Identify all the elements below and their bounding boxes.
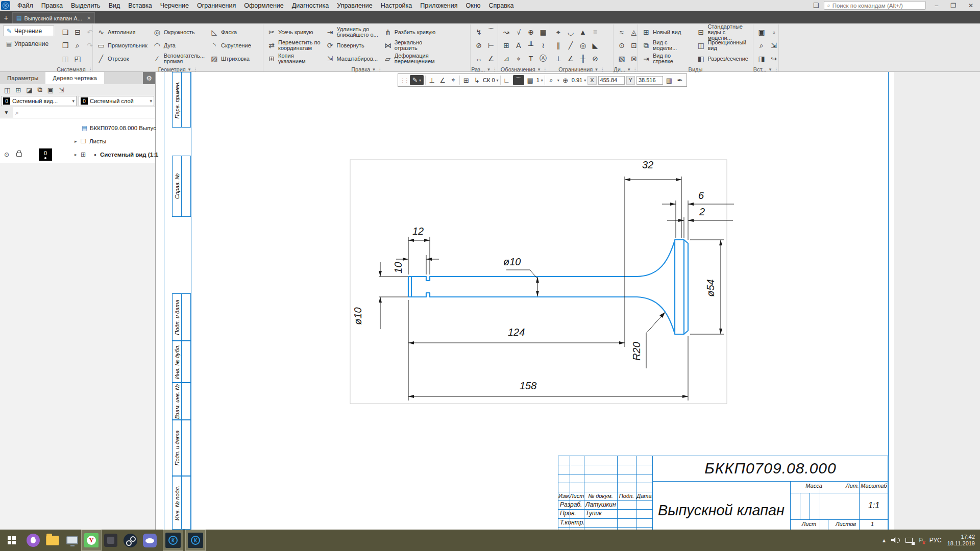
menu-item-9[interactable]: Управление — [333, 2, 377, 9]
document-tab[interactable]: ▤ Выпускной клапан А... ✕ — [12, 12, 95, 23]
concentric-icon[interactable]: ◎ — [577, 41, 589, 49]
trim-curve-button[interactable]: ✂Усечь кривую — [265, 26, 322, 39]
view-select[interactable]: 0 Системный вид... ▾ — [1, 96, 77, 106]
group-expand-icon[interactable]: ▾ — [595, 67, 598, 72]
standard-views-button[interactable]: ⊟Стандартные виды с модели... — [695, 26, 751, 39]
copy-by-point-button[interactable]: ⊞Копия указанием — [265, 52, 322, 65]
menu-item-10[interactable]: Настройка — [377, 2, 416, 9]
discord-button[interactable] — [140, 530, 159, 550]
drawing-canvas[interactable]: Изм.Лист№ докум.Подп.Дата Разраб. Латушк… — [156, 72, 980, 530]
center-mark-icon[interactable]: ⌖ — [513, 55, 524, 63]
menu-item-5[interactable]: Черчение — [156, 2, 193, 9]
file-explorer-button[interactable] — [43, 530, 62, 550]
tangent-icon[interactable]: ◡ — [565, 28, 576, 36]
y-coordinate-field[interactable]: 38.516 — [636, 76, 663, 85]
scale-button[interactable]: ⇲Масштабиров... — [324, 52, 380, 65]
new-document-icon[interactable]: ❏ — [60, 28, 71, 36]
chevron-down-icon[interactable]: ▾ — [541, 78, 543, 83]
menu-item-1[interactable]: Правка — [37, 2, 67, 9]
parallel-icon[interactable]: ∥ — [553, 41, 564, 49]
add-tab-button[interactable]: + — [0, 12, 12, 23]
circle-button[interactable]: ◎Окружность — [151, 26, 206, 39]
projection-view-button[interactable]: ◫Проекционный вид — [695, 39, 751, 52]
vertical-constraint-icon[interactable]: ╫ — [577, 55, 589, 63]
chamfer-button[interactable]: ◺Фаска — [208, 26, 253, 39]
mode-tab-drawing[interactable]: ✎ Черчение — [3, 26, 54, 36]
check-curve-icon[interactable]: ≈ — [616, 28, 627, 36]
insert-link-icon[interactable]: ↪ — [768, 55, 779, 63]
move-view-icon[interactable]: ⇲ — [59, 86, 64, 94]
filter-icon[interactable]: ▼ — [0, 107, 13, 118]
text-icon[interactable]: T — [525, 55, 536, 63]
tree-item-document[interactable]: ▤ БККП0709.08.000 Выпус — [0, 121, 155, 135]
collinear-icon[interactable]: ╱ — [565, 41, 576, 49]
language-indicator[interactable]: РУС — [929, 537, 942, 544]
chevron-down-icon[interactable]: ▾ — [557, 78, 559, 83]
zoom-area-icon[interactable]: ⌕ — [547, 76, 556, 84]
tree-item-sheets[interactable]: ▸ ❒ Листы — [0, 135, 155, 148]
autoline-button[interactable]: ∿Автолиния — [95, 26, 149, 39]
auxiliary-line-button[interactable]: ∕Вспомогатель... прямая — [151, 52, 206, 65]
view-by-arrow-button[interactable]: ⇥Вид по стрелке — [640, 52, 693, 65]
panel-toggle-icon[interactable]: ❏ — [813, 2, 819, 9]
restrict-icon[interactable]: ⊘ — [590, 55, 601, 63]
baseline-dimension-icon[interactable]: ⊢ — [485, 41, 497, 49]
volume-icon[interactable] — [891, 536, 900, 545]
menu-item-6[interactable]: Ограничения — [193, 2, 240, 9]
layers-grid-icon[interactable]: ▥ — [665, 77, 674, 84]
group-expand-icon[interactable]: ▾ — [373, 67, 375, 72]
chevron-down-icon[interactable]: ▾ — [497, 78, 499, 83]
menu-item-2[interactable]: Выделить — [67, 2, 105, 9]
yandex-browser-button[interactable]: Y — [82, 530, 101, 550]
insert-image-icon[interactable]: ◨ — [756, 55, 767, 63]
image-icon[interactable]: ▣ — [47, 86, 54, 94]
steam-button[interactable] — [120, 530, 140, 550]
kompas-window-button-1[interactable]: К — [163, 530, 183, 550]
insert-area-icon[interactable]: ▫ — [768, 28, 779, 36]
fix-point-icon[interactable]: ⌖ — [553, 28, 564, 37]
group-expand-icon[interactable]: ▾ — [538, 67, 541, 72]
screenshot-tool-button[interactable] — [101, 530, 120, 550]
quick-toolbar[interactable]: ⋮⋮ ✎ ▾ ⊥ ∠ ⌖ ⊞ ↳ СК 0 ▾ ∟ ⌒ ▤ 1 ▾ ⌕ ▾ ⊕ … — [398, 73, 687, 87]
group-expand-icon[interactable]: ▾ — [628, 67, 630, 72]
rectangle-button[interactable]: ▭Прямоугольник — [95, 39, 149, 52]
minimize-button[interactable]: – — [931, 2, 942, 9]
command-search[interactable]: ⌕ — [824, 1, 926, 10]
rounding-toggle-button[interactable]: ⌒ — [513, 75, 524, 85]
diameter-dimension-icon[interactable]: ⊘ — [473, 41, 484, 49]
app-launcher-button[interactable] — [23, 530, 43, 550]
group-expand-icon[interactable]: ▾ — [188, 67, 191, 72]
network-icon[interactable] — [905, 538, 913, 543]
table-icon[interactable]: ▦ — [537, 28, 549, 36]
base-designation-icon[interactable]: Ā — [513, 41, 524, 49]
ortho-toggle-icon[interactable]: ∟ — [502, 77, 511, 84]
angular-dimension-icon[interactable]: ∠ — [485, 55, 497, 63]
print-icon[interactable]: ⊟ — [72, 28, 83, 36]
menu-item-8[interactable]: Диагностика — [288, 2, 333, 9]
fillet-button[interactable]: ◝Скругление — [208, 39, 253, 52]
coordinate-system-value[interactable]: СК 0 — [483, 77, 495, 83]
axis-icon[interactable]: ⊕ — [525, 28, 536, 36]
lock-icon[interactable] — [16, 153, 22, 157]
system-monitor-button[interactable] — [62, 530, 82, 550]
expand-icon[interactable]: ▸ — [75, 139, 77, 144]
rotate-button[interactable]: ⟳Повернуть — [324, 39, 380, 52]
extend-button[interactable]: ⇥Удлинить до ближайшего о... — [324, 26, 380, 39]
shapes-icon[interactable]: ⧉ — [38, 86, 42, 94]
break-line-icon[interactable]: ≀ — [537, 41, 549, 49]
open-document-icon[interactable]: ❒ — [60, 41, 71, 49]
eyedropper-icon[interactable]: ✒ — [675, 77, 684, 84]
grid-toggle-icon[interactable]: ⊞ — [461, 77, 471, 84]
snap-angle-icon[interactable]: ∠ — [438, 77, 447, 84]
smooth-icon[interactable]: ▲ — [577, 28, 589, 36]
mode-tab-management[interactable]: ▤ Управление — [3, 38, 54, 49]
layer-value[interactable]: 1 — [536, 77, 540, 83]
split-curve-button[interactable]: ⋔Разбить кривую — [382, 26, 437, 39]
expand-icon[interactable]: ▸ — [75, 152, 77, 157]
deform-button[interactable]: ▱Деформация перемещением — [382, 52, 437, 65]
add-view-icon[interactable]: ⊞ — [15, 86, 21, 94]
snap-settings-button[interactable]: ✎ ▾ — [410, 75, 424, 85]
menu-item-12[interactable]: Окно — [461, 2, 484, 9]
layer-select[interactable]: 0 Системный слой ▾ — [79, 96, 154, 106]
layer-fill-icon[interactable]: ◪ — [26, 86, 32, 94]
